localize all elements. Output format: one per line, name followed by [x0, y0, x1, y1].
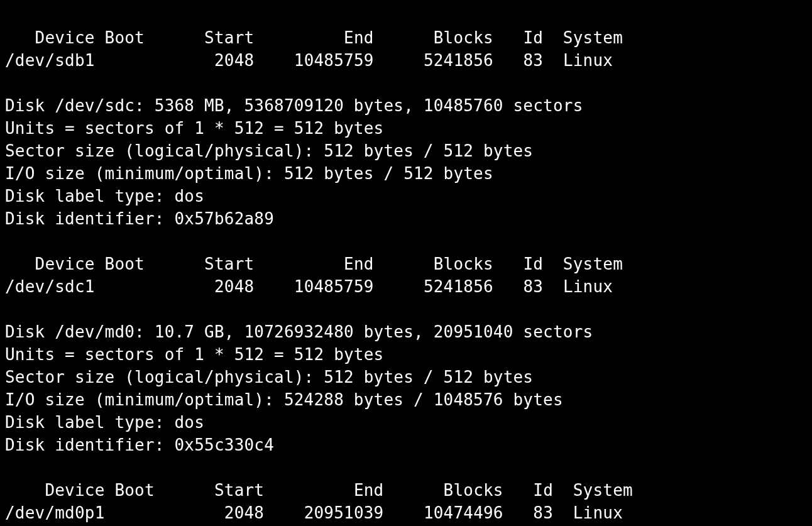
partition-header-1: Device Boot Start End Blocks Id System — [5, 255, 623, 273]
partition-row-sdb1: /dev/sdb1 2048 10485759 5241856 83 Linux — [5, 51, 613, 70]
partition-row-md0p1: /dev/md0p1 2048 20951039 10474496 83 Lin… — [5, 503, 623, 522]
partition-header-2: Device Boot Start End Blocks Id System — [5, 481, 633, 500]
disk-info-sdc: Disk /dev/sdc: 5368 MB, 5368709120 bytes… — [5, 96, 583, 228]
partition-header-0: Device Boot Start End Blocks Id System — [5, 28, 623, 47]
terminal-output[interactable]: Device Boot Start End Blocks Id System /… — [0, 0, 812, 526]
disk-info-md0: Disk /dev/md0: 10.7 GB, 10726932480 byte… — [5, 322, 593, 454]
partition-row-sdc1: /dev/sdc1 2048 10485759 5241856 83 Linux — [5, 277, 613, 296]
